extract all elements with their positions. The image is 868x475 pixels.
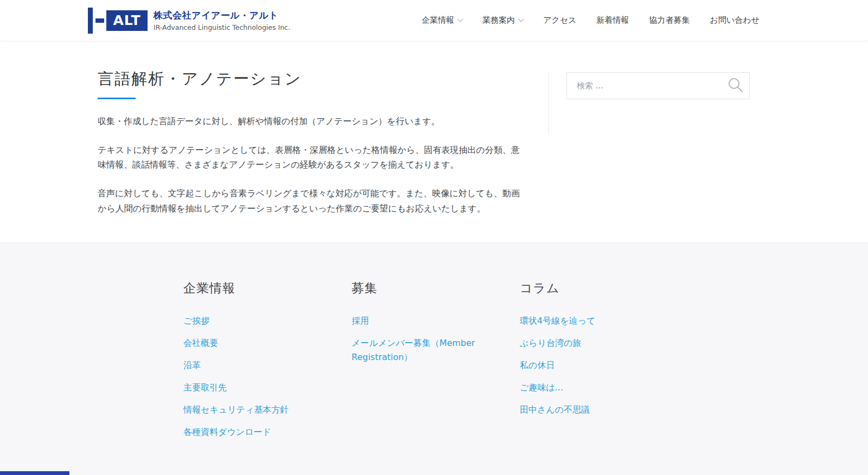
footer-heading: 企業情報 xyxy=(183,280,319,297)
paragraph: 音声に対しても、文字起こしから音素ラベリングまで様々な対応が可能です。また、映像… xyxy=(98,186,520,216)
nav-item-label: 業務案内 xyxy=(482,15,515,25)
search-button[interactable] xyxy=(726,76,745,96)
footer-col-recruitment: 募集 採用 メールメンバー募集（Member Registration） xyxy=(352,280,487,447)
nav-item-collaborator-recruitment[interactable]: 協力者募集 xyxy=(649,15,690,25)
footer-columns: 企業情報 ご挨拶 会社概要 沿革 主要取引先 情報セキュリティ基本方針 各種資料… xyxy=(0,243,868,447)
footer-link-tanaka-mystery[interactable]: 田中さんの不思議 xyxy=(520,403,655,417)
footer-link-my-holiday[interactable]: 私の休日 xyxy=(520,358,655,373)
nav-item-label: 新着情報 xyxy=(597,15,629,25)
nav-item-label: アクセス xyxy=(543,15,576,25)
article-content: 言語解析・アノテーション 収集・作成した言語データに対し、解析や情報の付加（アノ… xyxy=(98,41,520,216)
site-footer: 企業情報 ご挨拶 会社概要 沿革 主要取引先 情報セキュリティ基本方針 各種資料… xyxy=(0,242,868,475)
footer-link-list: ご挨拶 会社概要 沿革 主要取引先 情報セキュリティ基本方針 各種資料ダウンロー… xyxy=(183,314,319,439)
footer-link-route4[interactable]: 環状4号線を辿って xyxy=(520,314,655,328)
main-nav: 企業情報 業務案内 アクセス 新着情報 協力者募集 お問い合わせ xyxy=(422,15,760,25)
nav-item-label: 協力者募集 xyxy=(649,15,690,25)
main-area: 言語解析・アノテーション 収集・作成した言語データに対し、解析や情報の付加（アノ… xyxy=(0,41,868,216)
footer-heading: コラム xyxy=(520,280,655,297)
logo-text-block: 株式会社アイアール・アルト IR-Advanced Linguistic Tec… xyxy=(154,9,290,31)
footer-link-hobby[interactable]: ご趣味は... xyxy=(520,381,655,395)
nav-item-services[interactable]: 業務案内 xyxy=(482,15,523,25)
footer-link-member-registration[interactable]: メールメンバー募集（Member Registration） xyxy=(352,336,487,364)
bottom-accent-bar xyxy=(0,471,69,475)
nav-item-news[interactable]: 新着情報 xyxy=(597,15,629,25)
title-accent-underline xyxy=(98,98,136,99)
company-name-en: IR-Advanced Linguistic Technologies Inc. xyxy=(154,23,290,31)
footer-link-downloads[interactable]: 各種資料ダウンロード xyxy=(183,425,319,439)
footer-link-careers[interactable]: 採用 xyxy=(352,314,487,328)
paragraph: テキストに対するアノテーションとしては、表層格・深層格といった格情報から、固有表… xyxy=(98,143,520,172)
nav-item-contact[interactable]: お問い合わせ xyxy=(710,15,760,25)
nav-item-label: 企業情報 xyxy=(422,15,454,25)
site-header: ALT 株式会社アイアール・アルト IR-Advanced Linguistic… xyxy=(0,0,868,41)
chevron-down-icon xyxy=(519,17,524,22)
footer-link-taiwan-trip[interactable]: ぶらり台湾の旅 xyxy=(520,336,655,350)
footer-col-column: コラム 環状4号線を辿って ぶらり台湾の旅 私の休日 ご趣味は... 田中さんの… xyxy=(520,280,655,447)
content-sidebar-divider xyxy=(548,72,549,134)
search-input[interactable] xyxy=(566,72,750,99)
footer-col-corporate-info: 企業情報 ご挨拶 会社概要 沿革 主要取引先 情報セキュリティ基本方針 各種資料… xyxy=(183,280,319,447)
search-icon xyxy=(726,88,745,97)
search-widget xyxy=(566,72,750,99)
nav-item-label: お問い合わせ xyxy=(710,15,760,25)
footer-link-history[interactable]: 沿革 xyxy=(183,358,319,373)
logo-alt-box: ALT xyxy=(106,10,148,31)
chevron-down-icon xyxy=(458,17,463,22)
footer-heading: 募集 xyxy=(352,280,487,297)
page-title: 言語解析・アノテーション xyxy=(98,68,520,90)
company-name-jp: 株式会社アイアール・アルト xyxy=(154,9,290,22)
footer-link-main-clients[interactable]: 主要取引先 xyxy=(183,381,319,395)
site-logo[interactable]: ALT 株式会社アイアール・アルト IR-Advanced Linguistic… xyxy=(88,8,290,34)
nav-item-access[interactable]: アクセス xyxy=(543,15,576,25)
footer-link-greeting[interactable]: ご挨拶 xyxy=(183,314,319,328)
footer-link-security-policy[interactable]: 情報セキュリティ基本方針 xyxy=(183,403,319,417)
footer-link-company-overview[interactable]: 会社概要 xyxy=(183,336,319,350)
footer-link-list: 採用 メールメンバー募集（Member Registration） xyxy=(352,314,487,364)
paragraph: 収集・作成した言語データに対し、解析や情報の付加（アノテーション）を行います。 xyxy=(98,114,520,129)
logo-dash-shape xyxy=(95,18,104,23)
nav-item-corporate-info[interactable]: 企業情報 xyxy=(422,15,462,25)
sidebar xyxy=(566,41,750,99)
footer-link-list: 環状4号線を辿って ぶらり台湾の旅 私の休日 ご趣味は... 田中さんの不思議 xyxy=(520,314,655,417)
logo-bar-shape xyxy=(88,8,93,34)
